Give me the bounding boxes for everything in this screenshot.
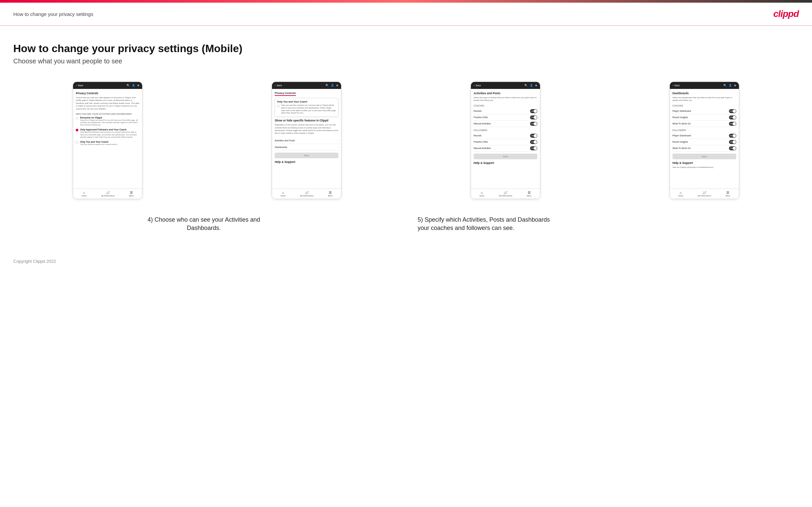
nav-menu-label-4: Menu [726, 195, 730, 197]
popup-radio[interactable] [277, 105, 280, 108]
radio-everyone[interactable] [76, 117, 79, 119]
nav-home-4[interactable]: ⌂ Home [678, 191, 683, 197]
performance-icon-4: 📈 [702, 191, 706, 194]
dashboards-label: Dashboards [275, 146, 287, 148]
save-button-2[interactable]: Save [275, 153, 339, 158]
nav-menu-label: Menu [129, 195, 134, 197]
phone-1-content: Privacy Controls Control how you and you… [73, 89, 142, 188]
settings-icon-3[interactable]: ⊕ [535, 84, 537, 87]
nav-performance-label: My Performance [101, 195, 114, 197]
page-title: How to change your privacy settings (Mob… [13, 43, 799, 55]
coaches-label-3: COACHES [473, 105, 537, 107]
nav-performance-3[interactable]: 📈 My Performance [499, 191, 512, 197]
phone-1-nav: ‹ Back 🔍 👤 ⊕ [73, 82, 142, 89]
toggle-rounds-followers-control[interactable]: ON [530, 134, 537, 138]
phone-1-section-desc: Control how you and your data appears to… [76, 96, 140, 110]
search-icon-4[interactable]: 🔍 [723, 84, 727, 87]
radio-approved[interactable] [76, 129, 79, 131]
toggle-manual-followers-control[interactable]: ON [530, 146, 537, 150]
wtwo-coaches-label: What To Work On [672, 122, 691, 125]
toggle-rounds-coaches-control[interactable]: ON [530, 109, 537, 113]
home-icon-3: ⌂ [481, 191, 483, 194]
toggle-wtwo-followers: What To Work On ON [672, 145, 736, 152]
nav-performance-label-4: My Performance [698, 195, 711, 197]
drills-coaches-label: Practice Drills [473, 116, 488, 118]
phone-2-bottom-nav: ⌂ Home 📈 My Performance ☰ Menu [272, 188, 341, 199]
home-icon: ⌂ [83, 191, 85, 194]
phone-4-back-label: Back [674, 84, 680, 87]
toggle-manual-followers: Manual Activities ON [473, 145, 537, 152]
phone-4-bottom-nav: ⌂ Home 📈 My Performance ☰ Menu [670, 188, 739, 199]
nav-home-1[interactable]: ⌂ Home [82, 191, 87, 197]
nav-performance-1[interactable]: 📈 My Performance [101, 191, 114, 197]
nav-home-2[interactable]: ⌂ Home [281, 191, 286, 197]
manual-coaches-label: Manual Activities [473, 122, 491, 125]
search-icon-3[interactable]: 🔍 [524, 84, 528, 87]
round-insights-followers-label: Round Insights [672, 141, 688, 143]
option-approved-desc: Only approved followers and coaches you … [80, 131, 140, 138]
toggle-wtwo-followers-control[interactable]: ON [729, 146, 736, 150]
search-icon-2[interactable]: 🔍 [325, 84, 329, 87]
phone-4-section-title: Dashboards [672, 92, 736, 95]
toggle-wtwo-coaches-control[interactable]: ON [729, 122, 736, 126]
menu-icon-2: ☰ [329, 191, 332, 194]
phone-4-content: Dashboards Select the dashboards that yo… [670, 89, 739, 188]
menu-icon-4: ☰ [726, 191, 729, 194]
nav-home-3[interactable]: ⌂ Home [479, 191, 485, 197]
toggle-knob-11 [732, 140, 736, 144]
nav-menu-3[interactable]: ☰ Menu [527, 191, 531, 197]
profile-icon-2[interactable]: 👤 [331, 84, 334, 87]
save-button-4[interactable]: Save [672, 154, 736, 159]
toggle-rounds-coaches: Rounds ON [473, 108, 537, 114]
privacy-controls-tab[interactable]: Privacy Controls [275, 92, 296, 96]
option-only-you-desc: Only you and the coaches you connect wit… [80, 143, 117, 146]
toggle-manual-coaches: Manual Activities ON [473, 121, 537, 127]
settings-icon-4[interactable]: ⊕ [734, 84, 736, 87]
popup-title: Only You and Your Coach [277, 100, 336, 103]
menu-link-activities[interactable]: Activities and Posts › [275, 137, 339, 144]
performance-icon-3: 📈 [503, 191, 507, 194]
nav-menu-2[interactable]: ☰ Menu [328, 191, 333, 197]
privacy-option-0: Everyone on Clippd Anyone on Clippd can … [76, 116, 140, 126]
toggle-round-insights-coaches-control[interactable]: ON [729, 115, 736, 119]
nav-menu-4[interactable]: ☰ Menu [726, 191, 730, 197]
radio-only-you[interactable] [76, 141, 79, 144]
toggle-manual-coaches-control[interactable]: ON [530, 122, 537, 126]
phone-1: ‹ Back 🔍 👤 ⊕ Privacy Controls Control ho… [73, 81, 143, 199]
popup-desc: Only you and the coaches you connect wit… [281, 104, 336, 114]
toggle-knob-5 [534, 140, 537, 144]
toggle-player-dash-coaches-control[interactable]: ON [729, 109, 736, 113]
toggle-round-insights-followers-control[interactable]: ON [729, 140, 736, 144]
show-hide-desc: Regardless of the privacy controls that … [275, 123, 339, 135]
settings-icon[interactable]: ⊕ [137, 84, 140, 87]
top-bar [0, 0, 812, 3]
profile-icon-4[interactable]: 👤 [729, 84, 732, 87]
rounds-coaches-label: Rounds [473, 110, 481, 112]
toggle-player-dash-followers-control[interactable]: ON [729, 134, 736, 138]
nav-performance-4[interactable]: 📈 My Performance [698, 191, 711, 197]
phone-2-back-label: Back [277, 84, 282, 87]
toggle-knob-4 [534, 134, 537, 137]
phone-2-content: Privacy Controls Only You and Your Coach… [272, 89, 341, 188]
profile-icon-3[interactable]: 👤 [530, 84, 533, 87]
nav-menu-1[interactable]: ☰ Menu [129, 191, 134, 197]
save-button-3[interactable]: Save [473, 154, 537, 159]
phone-3: ‹ Back 🔍 👤 ⊕ Activities and Posts Select… [471, 81, 540, 199]
toggle-drills-coaches-control[interactable]: ON [530, 115, 537, 119]
menu-link-dashboards[interactable]: Dashboards › [275, 144, 339, 151]
toggle-round-insights-coaches: Round Insights ON [672, 114, 736, 121]
nav-performance-2[interactable]: 📈 My Performance [300, 191, 313, 197]
toggle-wtwo-coaches: What To Work On ON [672, 121, 736, 127]
page-header: How to change your privacy settings clip… [0, 3, 812, 25]
coaches-label-4: COACHES [672, 105, 736, 107]
help-support-label-2: Help & Support [275, 160, 339, 164]
toggle-drills-followers-control[interactable]: ON [530, 140, 537, 144]
phone-3-section-title: Activities and Posts [473, 92, 537, 95]
player-dash-coaches-label: Player Dashboard [672, 110, 691, 112]
profile-icon[interactable]: 👤 [132, 84, 135, 87]
performance-icon: 📈 [106, 191, 110, 194]
chevron-right-icon: › [338, 139, 339, 142]
toggle-rounds-followers: Rounds ON [473, 133, 537, 139]
settings-icon-2[interactable]: ⊕ [336, 84, 339, 87]
search-icon[interactable]: 🔍 [126, 84, 130, 87]
